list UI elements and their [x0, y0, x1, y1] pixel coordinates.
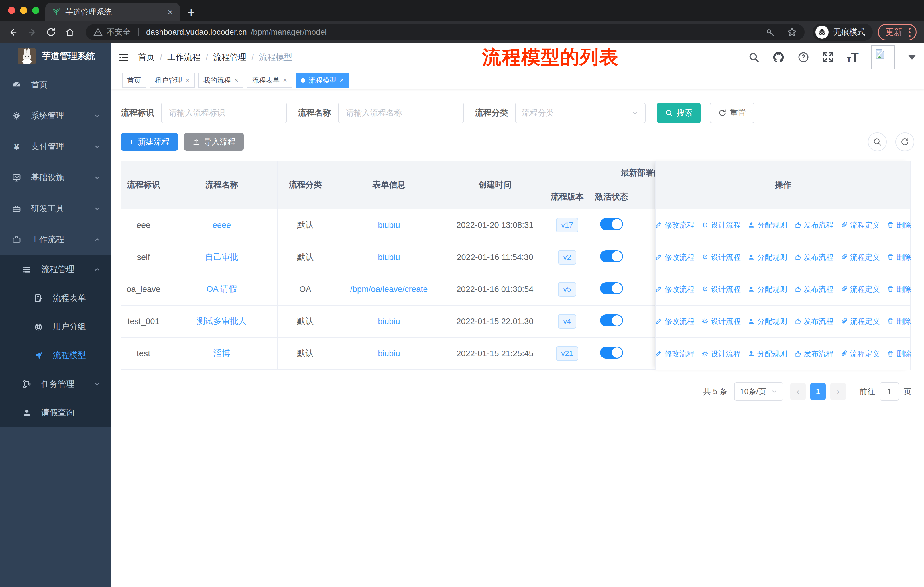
tab-close-icon[interactable]: ×: [168, 7, 173, 17]
font-size-icon[interactable]: тT: [846, 50, 859, 64]
close-window-button[interactable]: [8, 7, 15, 14]
show-search-button[interactable]: [868, 132, 887, 151]
home-icon[interactable]: [64, 26, 76, 38]
active-toggle[interactable]: [600, 250, 623, 262]
sidebar-item-devtools[interactable]: 研发工具: [0, 193, 111, 224]
form-info-link[interactable]: biubiu: [378, 317, 400, 326]
github-icon[interactable]: [772, 51, 785, 64]
action-assign-link[interactable]: 分配规则: [747, 316, 787, 326]
action-edit-link[interactable]: 修改流程: [655, 349, 694, 359]
action-edit-link[interactable]: 修改流程: [655, 316, 694, 326]
fullscreen-icon[interactable]: [822, 51, 834, 63]
process-name-link[interactable]: 测试多审批人: [197, 316, 247, 326]
reload-icon[interactable]: [45, 26, 57, 38]
action-publish-link[interactable]: 发布流程: [794, 349, 833, 359]
page-size-select[interactable]: 10条/页: [734, 382, 784, 401]
action-assign-link[interactable]: 分配规则: [747, 349, 787, 359]
current-page-button[interactable]: 1: [810, 383, 826, 400]
action-publish-link[interactable]: 发布流程: [794, 252, 833, 262]
breadcrumb-home[interactable]: 首页: [138, 51, 155, 63]
active-toggle[interactable]: [600, 218, 623, 230]
help-icon[interactable]: [797, 51, 809, 63]
address-bar[interactable]: 不安全 dashboard.yudao.iocoder.cn/bpm/manag…: [86, 24, 805, 40]
sidebar-item-system[interactable]: 系统管理: [0, 100, 111, 131]
action-edit-link[interactable]: 修改流程: [655, 252, 694, 262]
process-name-link[interactable]: OA 请假: [206, 284, 237, 293]
browser-menu-icon[interactable]: [909, 28, 911, 37]
sidebar-item-home[interactable]: 首页: [0, 69, 111, 100]
avatar-caret-icon[interactable]: [908, 55, 916, 60]
action-design-link[interactable]: 设计流程: [701, 220, 741, 230]
action-assign-link[interactable]: 分配规则: [747, 220, 787, 230]
action-assign-link[interactable]: 分配规则: [747, 252, 787, 262]
tag-process-form[interactable]: 流程表单×: [247, 73, 292, 88]
action-definition-link[interactable]: 流程定义: [840, 284, 880, 294]
tag-close-icon[interactable]: ×: [234, 76, 238, 84]
action-delete-link[interactable]: 删除: [887, 316, 911, 326]
action-design-link[interactable]: 设计流程: [701, 349, 741, 359]
action-delete-link[interactable]: 删除: [887, 349, 911, 359]
action-design-link[interactable]: 设计流程: [701, 316, 741, 326]
tag-close-icon[interactable]: ×: [186, 76, 190, 84]
form-info-link[interactable]: biubiu: [378, 220, 400, 230]
back-icon[interactable]: [7, 26, 19, 38]
form-info-link[interactable]: biubiu: [378, 253, 400, 262]
forward-icon[interactable]: [26, 26, 38, 38]
tag-process-model[interactable]: 流程模型×: [295, 73, 349, 88]
tag-tenant[interactable]: 租户管理×: [150, 73, 195, 88]
sidebar-item-task-mgmt[interactable]: 任务管理: [0, 370, 111, 398]
form-info-link[interactable]: /bpm/oa/leave/create: [350, 284, 428, 294]
refresh-table-button[interactable]: [895, 132, 914, 151]
sidebar-item-user-group[interactable]: 用户分组: [0, 313, 111, 341]
search-button[interactable]: 搜索: [657, 103, 701, 123]
action-delete-link[interactable]: 删除: [887, 284, 911, 294]
action-publish-link[interactable]: 发布流程: [794, 316, 833, 326]
tag-home[interactable]: 首页: [122, 73, 146, 88]
bookmark-star-icon[interactable]: [787, 27, 797, 37]
action-publish-link[interactable]: 发布流程: [794, 284, 833, 294]
version-badge[interactable]: v5: [558, 282, 576, 297]
import-process-button[interactable]: 导入流程: [184, 133, 244, 151]
action-edit-link[interactable]: 修改流程: [655, 284, 694, 294]
search-icon[interactable]: [748, 51, 760, 63]
action-definition-link[interactable]: 流程定义: [840, 220, 880, 230]
version-badge[interactable]: v2: [558, 250, 576, 265]
window-controls[interactable]: [8, 7, 39, 14]
form-info-link[interactable]: biubiu: [378, 349, 400, 358]
action-definition-link[interactable]: 流程定义: [840, 252, 880, 262]
action-assign-link[interactable]: 分配规则: [747, 284, 787, 294]
tag-close-icon[interactable]: ×: [283, 76, 287, 84]
action-definition-link[interactable]: 流程定义: [840, 316, 880, 326]
version-badge[interactable]: v4: [558, 314, 576, 329]
version-badge[interactable]: v21: [556, 346, 578, 361]
zoom-window-button[interactable]: [32, 7, 39, 14]
sidebar-item-workflow[interactable]: 工作流程: [0, 224, 111, 255]
sidebar-item-process-form[interactable]: 流程表单: [0, 284, 111, 313]
action-design-link[interactable]: 设计流程: [701, 284, 741, 294]
browser-tab[interactable]: 芋道管理系统 ×: [45, 3, 180, 21]
breadcrumb-workflow[interactable]: 工作流程: [167, 51, 201, 63]
action-design-link[interactable]: 设计流程: [701, 252, 741, 262]
sidebar-item-process-mgmt[interactable]: 流程管理: [0, 255, 111, 284]
next-page-button[interactable]: ›: [830, 383, 846, 400]
create-process-button[interactable]: + 新建流程: [121, 133, 178, 151]
minimize-window-button[interactable]: [20, 7, 27, 14]
reset-button[interactable]: 重置: [710, 103, 754, 123]
sidebar-item-leave-query[interactable]: 请假查询: [0, 398, 111, 427]
goto-page-input[interactable]: [879, 382, 899, 401]
sidebar-item-payment[interactable]: ¥ 支付管理: [0, 131, 111, 162]
version-badge[interactable]: v17: [556, 218, 578, 232]
tag-my-process[interactable]: 我的流程×: [198, 73, 243, 88]
action-edit-link[interactable]: 修改流程: [655, 220, 694, 230]
filter-id-input[interactable]: [161, 103, 287, 123]
filter-name-input[interactable]: [338, 103, 464, 123]
filter-category-select[interactable]: 流程分类: [515, 103, 645, 123]
active-toggle[interactable]: [600, 282, 623, 294]
action-delete-link[interactable]: 删除: [887, 220, 911, 230]
sidebar-item-infra[interactable]: 基础设施: [0, 162, 111, 193]
browser-update-chip[interactable]: 更新: [878, 24, 917, 40]
collapse-sidebar-icon[interactable]: [118, 51, 129, 63]
breadcrumb-process-mgmt[interactable]: 流程管理: [213, 51, 246, 63]
new-tab-button[interactable]: +: [187, 6, 195, 19]
process-name-link[interactable]: 自己审批: [205, 252, 238, 261]
